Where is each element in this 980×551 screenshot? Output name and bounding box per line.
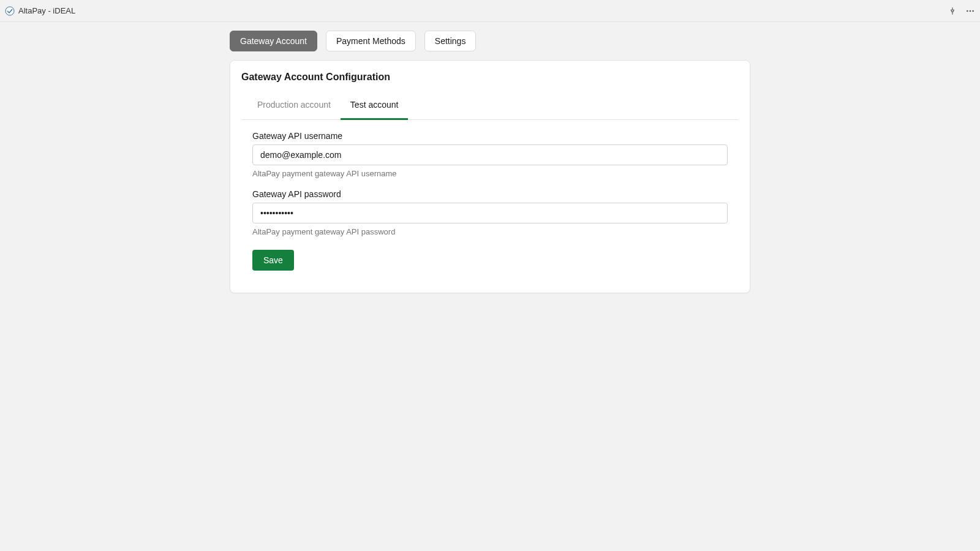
svg-point-2 [970,10,971,12]
svg-point-0 [6,7,14,15]
form-section: Gateway API username AltaPay payment gat… [241,131,739,271]
subtab-row: Production account Test account [241,94,739,120]
password-help: AltaPay payment gateway API password [252,227,728,236]
password-input[interactable] [252,203,728,223]
nav-gateway-account[interactable]: Gateway Account [230,31,317,51]
username-input[interactable] [252,144,728,165]
form-group-username: Gateway API username AltaPay payment gat… [252,131,728,178]
nav-pills: Gateway Account Payment Methods Settings [230,31,750,51]
nav-payment-methods[interactable]: Payment Methods [326,31,416,51]
password-label: Gateway API password [252,189,728,199]
subtab-test[interactable]: Test account [341,94,409,120]
save-button[interactable]: Save [252,250,294,271]
username-help: AltaPay payment gateway API username [252,169,728,178]
svg-point-1 [967,10,968,12]
app-logo-icon [5,6,15,16]
header-right [948,6,975,16]
header-left: AltaPay - iDEAL [5,6,75,16]
subtab-production[interactable]: Production account [247,94,341,120]
app-title: AltaPay - iDEAL [18,6,75,15]
card-title: Gateway Account Configuration [241,72,739,83]
pin-icon[interactable] [948,7,957,15]
svg-point-3 [972,10,974,12]
username-label: Gateway API username [252,131,728,141]
config-card: Gateway Account Configuration Production… [230,60,750,293]
form-group-password: Gateway API password AltaPay payment gat… [252,189,728,236]
content-wrapper: Gateway Account Payment Methods Settings… [0,22,980,293]
content: Gateway Account Payment Methods Settings… [230,31,750,293]
nav-settings[interactable]: Settings [424,31,477,51]
header-bar: AltaPay - iDEAL [0,0,980,22]
more-horizontal-icon[interactable] [965,6,975,16]
